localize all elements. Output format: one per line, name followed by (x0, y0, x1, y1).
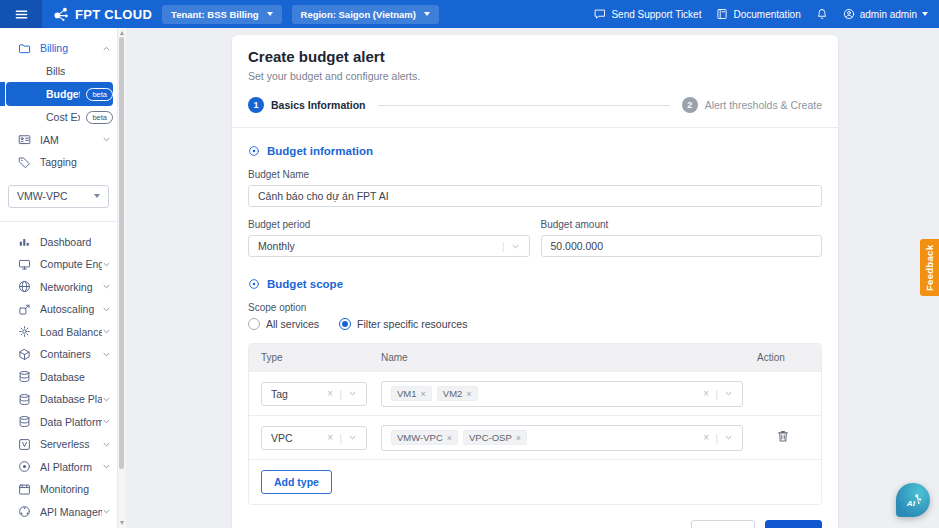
name-multiselect[interactable]: VMW-VPC×VPC-OSP××| (381, 425, 743, 451)
send-support-ticket-link[interactable]: Send Support Ticket (594, 8, 701, 20)
sidebar-item-networking[interactable]: Networking (6, 276, 113, 299)
content-area: Create budget alert Set your budget and … (126, 28, 939, 528)
radio-all-services[interactable]: All services (248, 318, 319, 330)
step-2[interactable]: 2Alert thresholds & Create (682, 97, 822, 113)
next-button[interactable]: Next (765, 520, 822, 528)
chevron-down-icon (102, 417, 113, 426)
book-icon (716, 8, 728, 20)
scroll-down-arrow[interactable] (120, 521, 124, 525)
fpt-cloud-logo[interactable]: FPT CLOUD (53, 6, 152, 23)
feedback-tab[interactable]: Feedback (920, 239, 939, 296)
sidebar-item-dashboard[interactable]: Dashboard (6, 231, 113, 254)
sidebar-item-database[interactable]: Database (6, 366, 113, 389)
resource-row-tag: Tag×|VM1×VM2××| (249, 371, 821, 415)
clear-icon[interactable]: × (327, 432, 333, 443)
add-type-button[interactable]: Add type (261, 470, 332, 494)
budget-name-input[interactable]: Cảnh báo cho dự án FPT AI (248, 185, 822, 207)
chevron-down-icon (922, 12, 928, 16)
vpc-selector[interactable]: VMW-VPC (8, 185, 109, 208)
radio-label: Filter specific resources (357, 318, 467, 330)
notifications-button[interactable] (816, 8, 828, 20)
ai-platform-icon (18, 460, 31, 473)
clear-icon[interactable]: × (327, 388, 333, 399)
chip-label: VM2 (443, 388, 463, 399)
sidebar-item-label: Budget Alert (46, 88, 80, 100)
sidebar-item-budget-alert[interactable]: Budget Alertbeta (6, 82, 113, 106)
sidebar-item-serverless[interactable]: Serverless (6, 433, 113, 456)
scrollbar-thumb[interactable] (119, 37, 124, 469)
ai-assistant-button[interactable]: AI (896, 483, 930, 517)
sidebar-item-containers[interactable]: Containers (6, 343, 113, 366)
dashboard-icon (18, 235, 31, 248)
sidebar-item-tagging[interactable]: Tagging (6, 151, 113, 174)
sidebar-item-label: Load Balancer (40, 326, 102, 338)
type-select[interactable]: Tag×| (261, 382, 367, 406)
chevron-down-icon (102, 260, 113, 269)
delete-row-button[interactable] (776, 429, 790, 446)
radio-icon (339, 318, 351, 330)
sidebar-item-api-management[interactable]: API Management (6, 501, 113, 524)
step-label: Basics Information (271, 99, 366, 111)
database-platform-icon (18, 393, 31, 406)
sidebar-item-ai-platform[interactable]: AI Platform (6, 456, 113, 479)
chip-remove-icon[interactable]: × (516, 433, 521, 443)
sidebar-item-cost-explorer[interactable]: Cost Explorerbeta (6, 106, 113, 129)
circle-dot-icon (248, 145, 260, 157)
sidebar-item-database-platform[interactable]: Database Platform (6, 388, 113, 411)
step-number: 2 (682, 97, 698, 113)
tagging-icon (18, 156, 31, 169)
sidebar-item-label: Containers (40, 348, 91, 360)
sidebar-item-item[interactable] (6, 523, 113, 528)
chip-remove-icon[interactable]: × (466, 389, 471, 399)
budget-period-label: Budget period (248, 219, 530, 230)
sidebar-item-billing[interactable]: Billing (6, 37, 113, 60)
chevron-down-icon (724, 389, 733, 398)
sidebar-item-label: Networking (40, 281, 93, 293)
chevron-down-icon (94, 194, 100, 198)
chevron-down-icon (348, 433, 357, 442)
page-subtitle: Set your budget and configure alerts. (248, 70, 822, 82)
sidebar: BillingBillsBudget AlertbetaCost Explore… (0, 28, 126, 528)
create-budget-alert-card: Create budget alert Set your budget and … (232, 35, 838, 528)
data-platform-icon (18, 415, 31, 428)
beta-badge: beta (86, 111, 113, 124)
region-selector[interactable]: Region: Saigon (Vietnam) (292, 5, 439, 24)
chip-remove-icon[interactable]: × (447, 433, 452, 443)
step-1[interactable]: 1Basics Information (248, 97, 366, 113)
documentation-link[interactable]: Documentation (716, 8, 800, 20)
cancel-button[interactable]: Cancel (691, 520, 755, 528)
fpt-molecule-icon (53, 6, 70, 23)
scroll-up-arrow[interactable] (120, 31, 124, 35)
budget-period-select[interactable]: Monthly | (248, 235, 530, 257)
column-header-type: Type (261, 352, 381, 363)
tenant-selector[interactable]: Tenant: BSS Billing (162, 5, 281, 24)
sidebar-item-bills[interactable]: Bills (6, 60, 113, 83)
sidebar-item-autoscaling[interactable]: Autoscaling (6, 298, 113, 321)
budget-amount-input[interactable]: 50.000.000 (541, 235, 823, 257)
type-value: Tag (271, 388, 288, 400)
active-indicator (0, 82, 5, 106)
trash-icon (776, 429, 790, 446)
sidebar-item-label: IAM (40, 134, 59, 146)
type-select[interactable]: VPC×| (261, 426, 367, 450)
header-right: Send Support Ticket Documentation admin … (594, 8, 928, 20)
sidebar-item-iam[interactable]: IAM (6, 129, 113, 152)
networking-icon (18, 280, 31, 293)
tenant-label: Tenant: BSS Billing (171, 9, 258, 20)
sidebar-item-monitoring[interactable]: Monitoring (6, 478, 113, 501)
sidebar-item-load-balancer[interactable]: Load Balancer (6, 321, 113, 344)
clear-icon[interactable]: × (703, 388, 709, 399)
chevron-down-icon (102, 135, 113, 144)
user-menu[interactable]: admin admin (843, 8, 928, 20)
sidebar-scrollbar[interactable] (117, 28, 126, 528)
step-connector (378, 105, 670, 106)
radio-label: All services (266, 318, 319, 330)
name-multiselect[interactable]: VM1×VM2××| (381, 381, 743, 407)
chip-remove-icon[interactable]: × (421, 389, 426, 399)
menu-toggle-button[interactable] (0, 0, 42, 28)
sidebar-item-data-platform[interactable]: Data Platform (6, 411, 113, 434)
clear-icon[interactable]: × (703, 432, 709, 443)
radio-filter-specific-resources[interactable]: Filter specific resources (339, 318, 467, 330)
sidebar-item-compute-engine[interactable]: Compute Engine (6, 253, 113, 276)
sidebar-divider (0, 221, 118, 222)
